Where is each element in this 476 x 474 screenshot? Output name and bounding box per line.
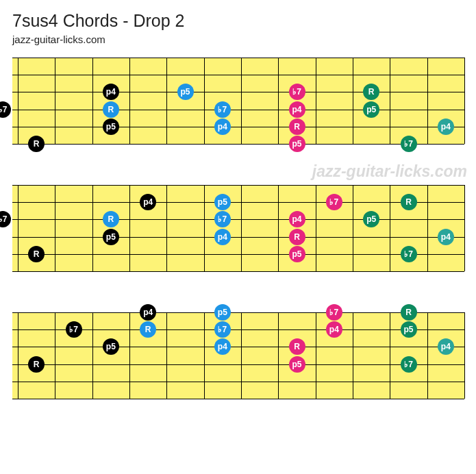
note-dot: R <box>401 194 417 210</box>
note-label: p4 <box>441 122 451 132</box>
fret-line <box>55 185 55 271</box>
note-dot: p5 <box>177 84 194 100</box>
string-line <box>12 312 464 313</box>
fret-line <box>129 312 130 399</box>
fret-line <box>390 185 390 271</box>
string-line <box>12 92 464 92</box>
fretboard-diagram: p4♭7Rp5Rp5♭7p4♭7p4Rp5Rp5p4♭7 <box>12 185 464 271</box>
fret-line <box>278 312 279 399</box>
fret-line <box>464 312 465 399</box>
fret-line <box>390 58 390 144</box>
page-subtitle: jazz-guitar-licks.com <box>12 34 464 45</box>
fret-line <box>241 58 242 144</box>
note-label: p5 <box>292 139 301 149</box>
note-label: R <box>405 197 412 207</box>
note-dot: R <box>103 211 119 227</box>
fret-line <box>166 58 167 144</box>
note-dot: p4 <box>289 211 305 227</box>
note-dot: R <box>363 84 379 100</box>
note-label: p5 <box>106 342 116 351</box>
fretboard-diagram: p4♭7Rp5Rp5♭7p4♭7p4Rp5Rp5p4♭7jazz-guitar-… <box>12 58 464 144</box>
note-label: R <box>294 122 300 132</box>
fret-line <box>353 312 353 399</box>
note-dot: p4 <box>103 84 119 100</box>
note-dot: ♭7 <box>326 304 342 321</box>
note-label: p5 <box>366 214 376 224</box>
note-dot: ♭7 <box>214 101 231 118</box>
note-label: p4 <box>441 342 451 351</box>
watermark: jazz-guitar-licks.com <box>312 162 467 181</box>
string-line <box>12 399 464 399</box>
note-dot: R <box>289 338 305 355</box>
note-dot: R <box>289 229 305 245</box>
string-line <box>12 347 464 347</box>
fret-line <box>316 58 316 144</box>
note-dot: R <box>103 101 119 118</box>
fret-line <box>18 58 18 144</box>
note-label: p4 <box>143 308 153 317</box>
note-dot: ♭7 <box>401 356 417 373</box>
note-label: p4 <box>292 105 301 114</box>
note-dot: p4 <box>438 338 454 355</box>
note-dot: p4 <box>140 194 156 210</box>
fret-line <box>18 185 18 271</box>
note-dot: p5 <box>214 194 231 210</box>
note-label: p4 <box>218 122 227 132</box>
note-label: p4 <box>292 214 301 224</box>
fret-line <box>92 185 93 271</box>
note-dot: ♭7 <box>0 101 11 118</box>
fret-line <box>278 185 279 271</box>
note-dot: p4 <box>326 321 342 338</box>
note-dot: p4 <box>214 338 231 355</box>
note-label: ♭7 <box>404 249 413 259</box>
fret-line <box>316 312 316 399</box>
fret-line <box>464 185 465 271</box>
fret-line <box>92 58 93 144</box>
fret-line <box>55 312 55 399</box>
fret-line <box>241 185 242 271</box>
string-line <box>12 254 464 255</box>
note-label: p5 <box>292 249 301 259</box>
fret-line <box>92 312 93 399</box>
note-label: ♭7 <box>218 325 227 334</box>
note-label: p4 <box>441 232 451 242</box>
fretboard-diagram: p4♭7Rp5Rp5♭7p4♭7p4Rp5Rp5p4♭7 <box>12 312 464 399</box>
note-dot: p4 <box>438 229 454 245</box>
note-dot: p5 <box>289 356 305 373</box>
note-label: p5 <box>218 197 227 207</box>
note-label: R <box>34 360 40 369</box>
note-dot: p4 <box>140 304 156 321</box>
fret-line <box>353 58 353 144</box>
note-dot: R <box>401 304 417 321</box>
fret-line <box>390 312 390 399</box>
note-label: p4 <box>218 232 227 242</box>
string-line <box>12 58 464 58</box>
note-label: ♭7 <box>0 214 7 224</box>
note-label: p5 <box>292 360 301 369</box>
note-dot: ♭7 <box>326 194 342 210</box>
note-label: R <box>145 325 151 334</box>
page-title: 7sus4 Chords - Drop 2 <box>12 11 464 31</box>
note-label: ♭7 <box>292 87 301 97</box>
fret-line <box>55 58 55 144</box>
note-dot: R <box>28 356 45 373</box>
note-label: p4 <box>143 197 153 207</box>
fret-line <box>166 185 167 271</box>
fret-line <box>129 185 130 271</box>
note-dot: ♭7 <box>0 211 11 227</box>
note-label: ♭7 <box>404 360 413 369</box>
note-label: p4 <box>218 342 227 351</box>
note-label: p4 <box>106 87 116 97</box>
note-dot: p5 <box>289 136 305 152</box>
note-label: p5 <box>218 308 227 317</box>
string-line <box>12 144 464 145</box>
string-line <box>12 185 464 186</box>
note-label: ♭7 <box>218 105 227 114</box>
note-dot: R <box>28 246 45 262</box>
fret-line <box>427 312 428 399</box>
note-label: p5 <box>366 105 376 114</box>
fret-line <box>353 185 353 271</box>
note-label: p4 <box>329 325 339 334</box>
note-dot: p4 <box>289 101 305 118</box>
note-label: R <box>294 342 300 351</box>
